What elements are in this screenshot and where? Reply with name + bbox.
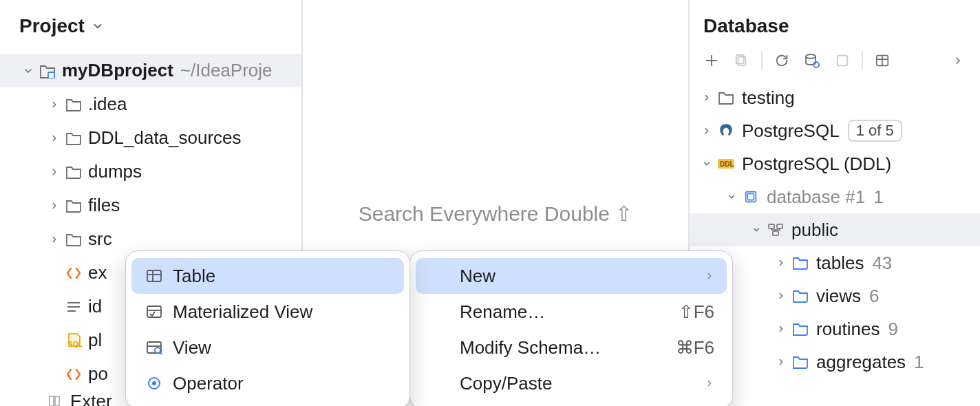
chevron-down-icon[interactable] [723, 192, 741, 202]
chevron-right-icon [705, 271, 714, 281]
db-node-postgresql-ddl[interactable]: DDL PostgreSQL (DDL) [690, 147, 980, 180]
tree-label: id [88, 296, 102, 317]
svg-point-9 [806, 54, 816, 58]
materialized-view-icon [144, 304, 164, 319]
menu-item-modify-schema[interactable]: Modify Schema… ⌘F6 [416, 330, 727, 365]
tree-label: files [88, 195, 120, 216]
database-tree: testing PostgreSQL 1 of 5 DDL PostgreSQL… [690, 81, 980, 378]
chevron-right-icon[interactable] [772, 357, 790, 367]
svg-rect-22 [147, 270, 161, 281]
svg-rect-21 [773, 231, 778, 235]
chevron-right-icon[interactable] [772, 258, 790, 268]
menu-label: Modify Schema… [428, 337, 668, 359]
menu-item-operator[interactable]: Operator [131, 365, 404, 401]
db-node-routines[interactable]: routines 9 [690, 312, 980, 345]
menu-item-view[interactable]: View [131, 330, 404, 365]
sql-file-icon: SQL [63, 332, 84, 349]
text-file-icon [63, 300, 84, 314]
tree-label: po [88, 363, 108, 385]
xml-file-icon [63, 266, 84, 281]
db-node-tables[interactable]: tables 43 [690, 246, 980, 279]
chevron-right-icon[interactable] [45, 100, 63, 109]
svg-rect-11 [838, 56, 848, 66]
svg-rect-6 [55, 396, 59, 406]
chevron-down-icon[interactable] [698, 159, 716, 169]
db-node-public[interactable]: public [690, 213, 980, 246]
tree-node-idea[interactable]: .idea [0, 87, 301, 121]
tree-node-files[interactable]: files [0, 189, 301, 222]
tree-label: dumps [88, 161, 142, 182]
db-label: PostgreSQL (DDL) [742, 153, 891, 175]
db-label: routines [816, 319, 880, 340]
database-icon [741, 189, 761, 204]
menu-item-copy-paste[interactable]: Copy/Paste [416, 365, 727, 401]
folder-icon [63, 98, 84, 111]
chevron-down-icon [92, 20, 104, 32]
xml-file-icon [63, 367, 84, 382]
menu-item-new[interactable]: New [416, 258, 727, 294]
menu-item-materialized-view[interactable]: Materialized View [131, 294, 404, 330]
svg-rect-19 [769, 224, 774, 228]
svg-text:DDL: DDL [720, 160, 734, 168]
db-node-postgresql[interactable]: PostgreSQL 1 of 5 [690, 114, 980, 147]
chevron-right-icon[interactable] [698, 126, 716, 136]
database-toolbar [690, 48, 980, 81]
search-everywhere-hint: Search Everywhere Double ⇧ [359, 202, 633, 226]
menu-shortcut: ⇧F6 [679, 301, 714, 323]
module-folder-icon [37, 63, 58, 78]
tree-label: src [88, 228, 112, 250]
folder-blue-icon [790, 256, 811, 270]
menu-label: New [428, 266, 696, 287]
chevron-right-icon[interactable] [772, 324, 790, 334]
folder-blue-icon [790, 355, 811, 369]
svg-rect-0 [48, 72, 54, 78]
db-node-testing[interactable]: testing [690, 81, 980, 114]
menu-item-table[interactable]: Table [131, 258, 404, 294]
db-label: public [791, 220, 838, 241]
add-icon[interactable] [696, 48, 727, 73]
db-node-aggregates[interactable]: aggregates 1 [690, 345, 980, 378]
database-title-label: Database [703, 15, 789, 37]
menu-label: Operator [173, 373, 392, 394]
svg-point-29 [155, 348, 160, 353]
db-badge: 1 of 5 [848, 120, 902, 142]
folder-blue-icon [790, 289, 811, 303]
database-panel-title[interactable]: Database [703, 15, 980, 37]
context-menu: New Rename… ⇧F6 Modify Schema… ⌘F6 Copy/… [409, 250, 733, 406]
chevron-right-icon[interactable] [45, 167, 63, 177]
folder-blue-icon [790, 322, 811, 336]
tree-node-ddl-data-sources[interactable]: DDL_data_sources [0, 121, 301, 155]
db-count: 1 [914, 352, 924, 373]
table-view-icon[interactable] [867, 48, 897, 73]
duplicate-icon[interactable] [727, 48, 757, 73]
view-icon [144, 340, 164, 355]
schema-icon [765, 223, 786, 237]
folder-icon [63, 199, 84, 213]
chevron-right-icon[interactable] [943, 48, 973, 73]
ddl-datasource-icon: DDL [716, 157, 736, 171]
menu-item-rename[interactable]: Rename… ⇧F6 [416, 294, 727, 330]
context-menu-new: Table Materialized View View Operator [125, 250, 410, 406]
table-icon [144, 268, 164, 284]
stop-icon[interactable] [827, 48, 858, 73]
chevron-right-icon[interactable] [698, 93, 716, 103]
menu-label: View [173, 337, 392, 359]
db-label: aggregates [816, 352, 906, 373]
project-root-node[interactable]: myDBproject ~/IdeaProje [0, 54, 301, 87]
project-panel-title[interactable]: Project [19, 15, 301, 37]
chevron-right-icon[interactable] [45, 235, 63, 244]
svg-point-32 [152, 381, 156, 385]
chevron-down-icon[interactable] [19, 65, 37, 76]
db-label: views [816, 286, 861, 307]
db-node-database1[interactable]: database #1 1 [690, 180, 980, 213]
chevron-right-icon[interactable] [45, 133, 63, 143]
datasource-properties-icon[interactable] [797, 48, 827, 73]
menu-label: Rename… [428, 301, 670, 323]
refresh-icon[interactable] [767, 48, 797, 73]
folder-icon [63, 131, 84, 145]
db-node-views[interactable]: views 6 [690, 279, 980, 312]
tree-node-dumps[interactable]: dumps [0, 155, 301, 189]
chevron-right-icon[interactable] [45, 201, 63, 211]
chevron-down-icon[interactable] [747, 225, 765, 235]
chevron-right-icon[interactable] [772, 291, 790, 301]
